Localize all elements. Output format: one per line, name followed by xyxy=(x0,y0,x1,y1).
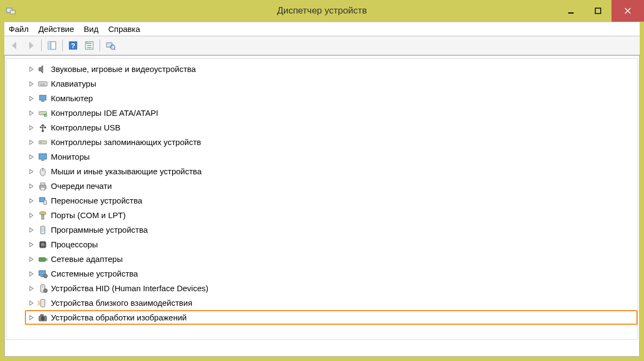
toolbar-separator xyxy=(41,40,42,51)
minimize-button[interactable] xyxy=(557,0,584,22)
tree-item-label: Контроллеры IDE ATA/ATAPI xyxy=(51,108,158,117)
expand-icon[interactable] xyxy=(28,314,35,321)
menubar: Файл Действие Вид Справка xyxy=(4,22,640,36)
keyboard-icon xyxy=(38,79,48,89)
tree-item[interactable]: Процессоры xyxy=(28,237,638,252)
close-button[interactable] xyxy=(612,0,644,22)
system-device-icon xyxy=(38,269,48,279)
toolbar-back-button[interactable] xyxy=(8,38,22,52)
expand-icon[interactable] xyxy=(28,168,35,175)
tree-item-label: Компьютер xyxy=(51,94,93,103)
content-area: Звуковые, игровые и видеоустройстваКлави… xyxy=(4,55,640,357)
toolbar-scan-button[interactable] xyxy=(103,38,117,52)
tree-item[interactable]: Системные устройства xyxy=(28,266,638,281)
sound-icon xyxy=(38,64,48,74)
svg-rect-3 xyxy=(595,8,601,14)
tree-item-label: Переносные устройства xyxy=(51,196,142,205)
tree-item-label: Системные устройства xyxy=(51,269,138,278)
network-adapter-icon xyxy=(38,254,48,264)
toolbar-separator xyxy=(62,40,63,51)
expand-icon[interactable] xyxy=(28,66,35,73)
tree-item-label: Мониторы xyxy=(51,152,90,161)
expand-icon[interactable] xyxy=(28,110,35,116)
tree-item-label: Контроллеры запоминающих устройств xyxy=(51,137,201,147)
menu-file[interactable]: Файл xyxy=(9,24,29,34)
storage-controller-icon xyxy=(38,137,48,147)
expand-icon[interactable] xyxy=(28,95,35,102)
tree-item-label: Очереди печати xyxy=(51,181,112,191)
tree-item[interactable]: Контроллеры IDE ATA/ATAPI xyxy=(28,106,638,120)
software-device-icon xyxy=(38,225,48,235)
expand-icon[interactable] xyxy=(28,81,35,87)
expand-icon[interactable] xyxy=(28,241,35,248)
tree-item-label: Устройства обработки изображений xyxy=(51,313,187,322)
expand-icon[interactable] xyxy=(28,227,35,233)
tree-item-label: Программные устройства xyxy=(51,225,148,234)
tree-item[interactable]: Переносные устройства xyxy=(28,193,638,208)
svg-rect-2 xyxy=(568,12,574,14)
svg-line-12 xyxy=(114,49,115,50)
imaging-device-icon xyxy=(38,313,48,323)
tree-item[interactable]: Порты (COM и LPT) xyxy=(28,208,638,222)
expand-icon[interactable] xyxy=(28,154,35,160)
monitor-icon xyxy=(38,152,48,162)
window-title: Диспетчер устройств xyxy=(0,5,644,16)
usb-icon xyxy=(38,123,48,133)
tree-item[interactable]: Контроллеры запоминающих устройств xyxy=(28,135,638,149)
mouse-icon xyxy=(38,167,48,176)
expand-icon[interactable] xyxy=(28,124,35,131)
tree-item-label: Клавиатуры xyxy=(51,79,96,88)
app-icon xyxy=(5,5,16,16)
titlebar: Диспетчер устройств xyxy=(0,0,644,22)
nfc-icon xyxy=(38,298,48,308)
menu-action[interactable]: Действие xyxy=(38,24,74,34)
expand-icon[interactable] xyxy=(28,285,35,292)
hid-icon xyxy=(38,284,48,293)
expand-icon[interactable] xyxy=(28,198,35,204)
ide-controller-icon xyxy=(38,108,48,118)
maximize-button[interactable] xyxy=(584,0,612,22)
svg-text:?: ? xyxy=(71,42,75,50)
toolbar-show-hide-button[interactable] xyxy=(45,38,59,52)
tree-item[interactable]: Очереди печати xyxy=(28,179,638,193)
tree-item[interactable]: Устройства HID (Human Interface Devices) xyxy=(28,281,638,296)
tree-item-label: Устройства HID (Human Interface Devices) xyxy=(51,284,208,293)
tree-item[interactable]: Клавиатуры xyxy=(28,76,638,91)
expand-icon[interactable] xyxy=(28,256,35,262)
tree-item-label: Порты (COM и LPT) xyxy=(51,211,126,220)
toolbar-refresh-button[interactable] xyxy=(82,38,96,52)
computer-icon xyxy=(38,94,48,103)
expand-icon[interactable] xyxy=(28,271,35,277)
tree-item-label: Звуковые, игровые и видеоустройства xyxy=(51,64,196,74)
menu-help[interactable]: Справка xyxy=(108,24,140,34)
tree-item[interactable]: Устройства близкого взаимодействия xyxy=(28,296,638,310)
window-controls xyxy=(557,0,644,22)
toolbar-help-button[interactable]: ? xyxy=(66,38,80,52)
device-tree: Звуковые, игровые и видеоустройстваКлави… xyxy=(6,58,638,328)
tree-item[interactable]: Компьютер xyxy=(28,91,638,106)
svg-rect-1 xyxy=(10,10,15,14)
tree-item-label: Контроллеры USB xyxy=(51,123,121,132)
portable-device-icon xyxy=(38,196,48,206)
tree-item[interactable]: Контроллеры USB xyxy=(28,120,638,135)
tree-item[interactable]: Программные устройства xyxy=(28,222,638,237)
tree-item-label: Процессоры xyxy=(51,240,98,249)
tree-item-label: Мыши и иные указывающие устройства xyxy=(51,167,201,176)
device-manager-window: Диспетчер устройств Файл Действие Вид Сп… xyxy=(0,0,644,361)
tree-item[interactable]: Сетевые адаптеры xyxy=(28,252,638,266)
tree-item[interactable]: Мониторы xyxy=(28,149,638,164)
menu-view[interactable]: Вид xyxy=(84,24,98,34)
toolbar-forward-button[interactable] xyxy=(24,38,38,52)
device-tree-scroll[interactable]: Звуковые, игровые и видеоустройстваКлави… xyxy=(6,58,638,340)
tree-item[interactable]: Звуковые, игровые и видеоустройства xyxy=(28,62,638,76)
toolbar-separator xyxy=(100,40,100,51)
tree-item[interactable]: Мыши и иные указывающие устройства xyxy=(28,164,638,179)
svg-rect-5 xyxy=(48,42,51,49)
expand-icon[interactable] xyxy=(28,139,35,146)
expand-icon[interactable] xyxy=(28,300,35,306)
expand-icon[interactable] xyxy=(28,183,35,189)
tree-item[interactable]: Устройства обработки изображений xyxy=(25,310,638,325)
expand-icon[interactable] xyxy=(28,212,35,219)
tree-item-label: Сетевые адаптеры xyxy=(51,254,123,264)
tree-item-label: Устройства близкого взаимодействия xyxy=(51,298,192,307)
